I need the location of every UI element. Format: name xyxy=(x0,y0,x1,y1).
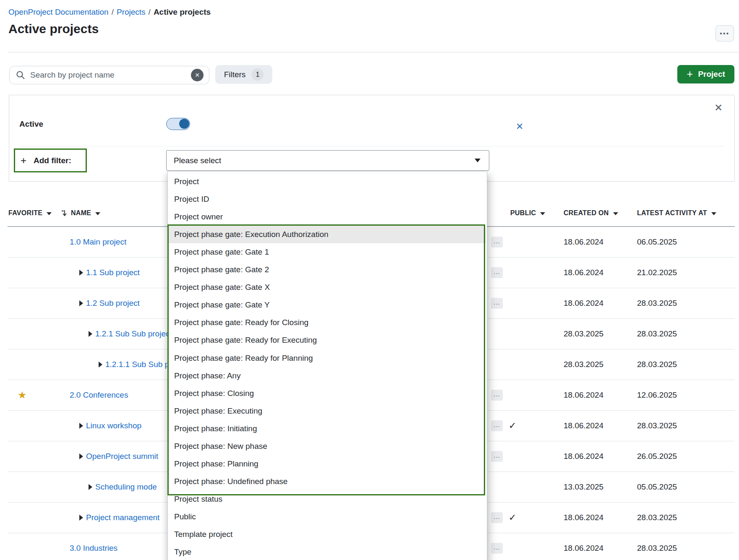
row-more-button[interactable]: ... xyxy=(491,420,503,431)
dropdown-option[interactable]: Project phase gate: Gate 1 xyxy=(169,243,486,261)
dropdown-option[interactable]: Project status xyxy=(169,490,486,508)
dropdown-option[interactable]: Public xyxy=(169,508,486,526)
column-header-public-label: PUBLIC xyxy=(510,209,536,217)
chevron-down-icon xyxy=(711,212,716,215)
filter-type-select-value: Please select xyxy=(174,156,475,165)
latest-activity-date: 12.06.2025 xyxy=(637,391,677,400)
created-on-date: 18.06.2024 xyxy=(564,513,603,522)
dropdown-option[interactable]: Project phase gate: Ready for Closing xyxy=(169,314,486,331)
chevron-down-icon xyxy=(95,212,100,215)
column-header-name[interactable]: NAME xyxy=(61,206,100,221)
row-more-button[interactable]: ... xyxy=(491,512,503,523)
chevron-down-icon xyxy=(613,212,618,215)
project-link[interactable]: 1.2 Sub project xyxy=(86,299,140,308)
column-header-created-on-label: CREATED ON xyxy=(564,209,609,217)
latest-activity-date: 21.02.2025 xyxy=(637,268,677,277)
dropdown-option[interactable]: Project phase: Any xyxy=(169,367,486,385)
project-link[interactable]: OpenProject summit xyxy=(86,452,158,461)
created-on-date: 18.06.2024 xyxy=(564,391,603,400)
row-more-button[interactable]: ... xyxy=(491,451,503,462)
expand-arrow-icon[interactable] xyxy=(99,362,102,367)
dropdown-option[interactable]: Project phase gate: Gate Y xyxy=(169,296,486,314)
dropdown-option[interactable]: Project phase gate: Gate 2 xyxy=(169,261,486,279)
dropdown-option[interactable]: Project phase gate: Execution Authorizat… xyxy=(169,226,486,243)
latest-activity-date: 28.03.2025 xyxy=(637,360,677,369)
project-link[interactable]: Project management xyxy=(86,513,159,522)
row-more-button[interactable]: ... xyxy=(491,267,503,278)
column-header-latest-activity[interactable]: LATEST ACTIVITY AT xyxy=(637,206,716,221)
created-on-date: 18.06.2024 xyxy=(564,421,603,430)
dropdown-option[interactable]: Type xyxy=(169,543,486,560)
created-on-date: 28.03.2025 xyxy=(564,360,603,369)
column-header-favorite[interactable]: FAVORITE xyxy=(8,206,52,221)
latest-activity-date: 06.05.2025 xyxy=(637,237,677,247)
dropdown-option[interactable]: Project phase: Planning xyxy=(169,455,486,473)
latest-activity-date: 28.03.2025 xyxy=(637,329,677,339)
column-header-public[interactable]: PUBLIC xyxy=(510,206,545,221)
row-more-button[interactable]: ... xyxy=(491,390,503,401)
latest-activity-date: 28.03.2025 xyxy=(637,421,677,430)
created-on-date: 18.06.2024 xyxy=(564,268,603,277)
plus-icon: + xyxy=(21,155,26,167)
add-filter-label: Add filter: xyxy=(34,156,71,165)
chevron-down-icon xyxy=(540,212,545,215)
project-link[interactable]: Linux workshop xyxy=(86,421,141,430)
add-filter-button[interactable]: + Add filter: xyxy=(14,148,87,172)
dropdown-option[interactable]: Project phase gate: Ready for Executing xyxy=(169,331,486,349)
expand-arrow-icon[interactable] xyxy=(89,484,92,490)
sort-ascending-icon xyxy=(61,210,67,216)
row-more-button[interactable]: ... xyxy=(491,298,503,309)
public-checkmark-icon: ✓ xyxy=(509,512,516,523)
created-on-date: 18.06.2024 xyxy=(564,452,603,461)
dropdown-option[interactable]: Project xyxy=(169,173,486,190)
chevron-down-icon xyxy=(475,159,480,162)
filter-row-divider xyxy=(19,146,724,146)
latest-activity-date: 28.03.2025 xyxy=(637,513,677,522)
dropdown-option[interactable]: Project ID xyxy=(169,190,486,208)
dropdown-option[interactable]: Template project xyxy=(169,526,486,543)
dropdown-option[interactable]: Project phase: Closing xyxy=(169,385,486,402)
column-header-created-on[interactable]: CREATED ON xyxy=(564,206,618,221)
row-more-button[interactable]: ... xyxy=(491,237,503,247)
created-on-date: 18.06.2024 xyxy=(564,299,603,308)
active-filter-toggle[interactable] xyxy=(166,118,190,130)
dropdown-option[interactable]: Project phase: Initiating xyxy=(169,420,486,438)
dropdown-option[interactable]: Project phase gate: Gate X xyxy=(169,279,486,296)
dropdown-option[interactable]: Project phase gate: Ready for Planning xyxy=(169,349,486,367)
expand-arrow-icon[interactable] xyxy=(79,270,83,276)
expand-arrow-icon[interactable] xyxy=(89,331,92,337)
column-header-latest-activity-label: LATEST ACTIVITY AT xyxy=(637,209,707,217)
expand-arrow-icon[interactable] xyxy=(79,423,83,429)
created-on-date: 18.06.2024 xyxy=(564,237,603,247)
dropdown-option[interactable]: Project owner xyxy=(169,208,486,226)
project-link[interactable]: 1.1 Sub project xyxy=(86,268,140,277)
created-on-date: 13.03.2025 xyxy=(564,482,603,492)
active-filter-label: Active xyxy=(19,120,43,129)
dropdown-option[interactable]: Project phase: Undefined phase xyxy=(169,473,486,490)
filter-type-select[interactable]: Please select xyxy=(166,150,489,171)
latest-activity-date: 28.03.2025 xyxy=(637,544,677,553)
public-checkmark-icon: ✓ xyxy=(509,420,516,431)
row-more-button[interactable]: ... xyxy=(491,543,503,554)
expand-arrow-icon[interactable] xyxy=(79,515,83,521)
project-link[interactable]: 1.2.1 Sub Sub project xyxy=(95,329,172,339)
latest-activity-date: 05.05.2025 xyxy=(637,482,677,492)
active-projects-page: FAVORITE NAME PUBLIC CREATED ON LATEST A… xyxy=(0,0,739,560)
dropdown-option[interactable]: Project phase: Executing xyxy=(169,402,486,420)
project-link[interactable]: 3.0 Industries xyxy=(70,544,118,553)
project-link[interactable]: 1.0 Main project xyxy=(70,237,126,247)
project-link[interactable]: 2.0 Conferences xyxy=(70,391,128,400)
dropdown-option[interactable]: Project phase: New phase xyxy=(169,438,486,455)
filter-type-dropdown: ProjectProject IDProject ownerProject ph… xyxy=(167,171,487,560)
created-on-date: 18.06.2024 xyxy=(564,544,603,553)
latest-activity-date: 26.05.2025 xyxy=(637,452,677,461)
close-icon[interactable]: ✕ xyxy=(714,102,723,114)
expand-arrow-icon[interactable] xyxy=(79,300,83,306)
column-header-name-label: NAME xyxy=(71,209,91,217)
expand-arrow-icon[interactable] xyxy=(79,453,83,459)
latest-activity-date: 28.03.2025 xyxy=(637,299,677,308)
project-link[interactable]: Scheduling mode xyxy=(95,482,157,492)
favorite-star-icon[interactable]: ★ xyxy=(18,389,27,401)
created-on-date: 28.03.2025 xyxy=(564,329,603,339)
remove-filter-icon[interactable]: ✕ xyxy=(516,121,523,132)
